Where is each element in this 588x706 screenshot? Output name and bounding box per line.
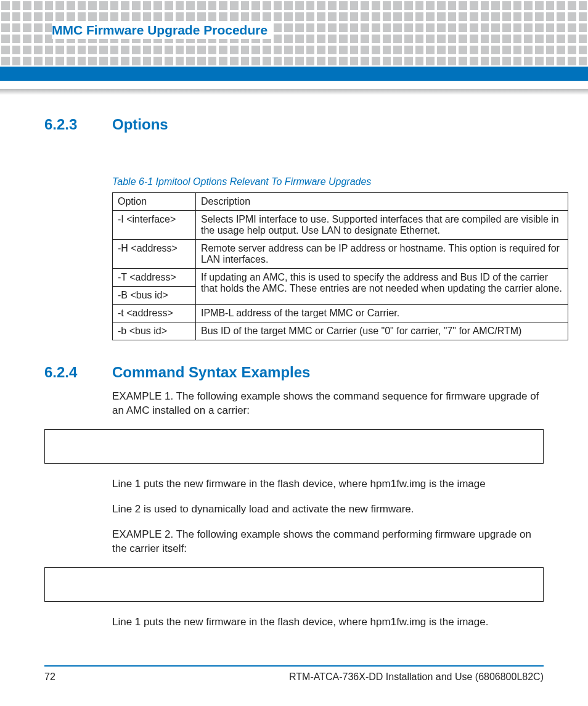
options-table: Option Description -I <interface> Select… [112,192,568,340]
option-cell: -I <interface> [113,211,196,240]
table-caption: Table 6-1 Ipmitool Options Relevant To F… [112,176,544,187]
page-title: MMC Firmware Upgrade Procedure [52,22,271,39]
table-row: -I <interface> Selects IPMI interface to… [113,211,568,240]
example2-line1: Line 1 puts the new firmware in the flas… [112,615,544,630]
description-cell: Bus ID of the target MMC or Carrier (use… [196,322,568,340]
example1-line1: Line 1 puts the new firmware in the flas… [112,477,544,491]
example2-intro: EXAMPLE 2. The following example shows t… [112,528,544,556]
description-cell: If updating an AMC, this is used to spec… [196,269,568,305]
section-number: 6.2.4 [44,364,112,381]
option-cell: -B <bus id> [113,287,196,305]
section-title: Options [112,116,168,133]
example1-intro: EXAMPLE 1. The following example shows t… [112,390,544,418]
section-title: Command Syntax Examples [112,364,310,381]
section-heading-examples: 6.2.4 Command Syntax Examples [44,364,544,381]
section-number: 6.2.3 [44,116,112,133]
description-cell: Selects IPMI interface to use. Supported… [196,211,568,240]
description-cell: IPMB-L address of the target MMC or Carr… [196,305,568,322]
table-header-row: Option Description [113,193,568,211]
doc-id: RTM-ATCA-736X-DD Installation and Use (6… [289,671,544,683]
table-header-option: Option [113,193,196,211]
table-row: -t <address> IPMB-L address of the targe… [113,305,568,322]
description-cell: Remote server address can be IP address … [196,240,568,269]
table-row: -b <bus id> Bus ID of the target MMC or … [113,322,568,340]
page-number: 72 [44,671,55,683]
example2-code-box [44,567,544,602]
example1-code-box [44,429,544,464]
option-cell: -H <address> [113,240,196,269]
option-cell: -t <address> [113,305,196,322]
page-content: 6.2.3 Options Table 6-1 Ipmitool Options… [44,111,544,641]
option-cell: -T <address> [113,269,196,287]
table-row: -H <address> Remote server address can b… [113,240,568,269]
header-blue-bar [0,67,588,81]
header-shadow [0,89,588,95]
option-cell: -b <bus id> [113,322,196,340]
section-heading-options: 6.2.3 Options [44,116,544,133]
page-footer: 72 RTM-ATCA-736X-DD Installation and Use… [44,665,544,683]
table-row: -T <address> If updating an AMC, this is… [113,269,568,287]
example1-line2: Line 2 is used to dynamically load and a… [112,503,544,517]
table-header-description: Description [196,193,568,211]
